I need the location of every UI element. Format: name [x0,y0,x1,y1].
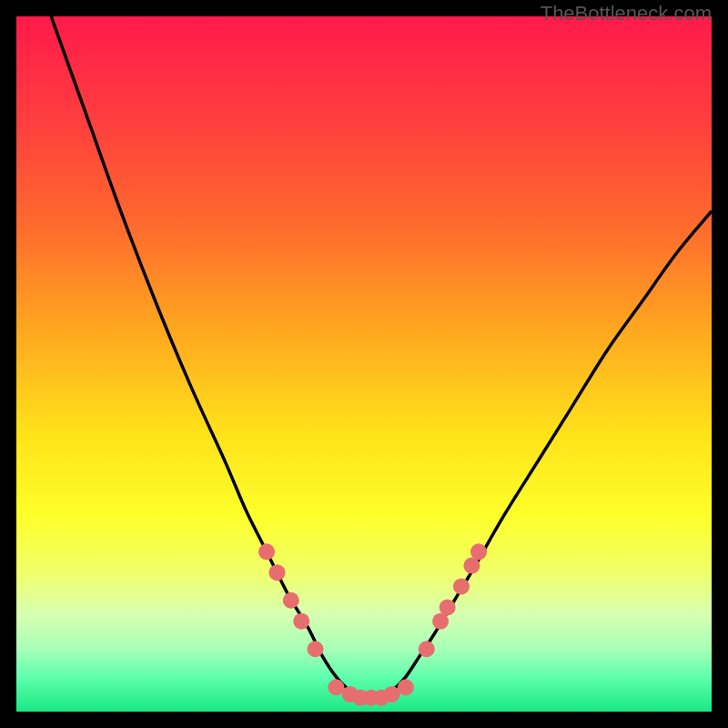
data-point-marker [258,543,275,560]
data-point-marker [328,679,344,695]
data-point-marker [293,613,309,630]
data-point-marker [440,599,456,615]
data-point-marker [463,558,480,574]
data-point-marker [283,592,299,609]
watermark-text: TheBottleneck.com [541,2,712,25]
data-point-marker [398,679,414,695]
data-point-marker [308,641,324,657]
data-point-marker [419,641,435,657]
chart-plot-area [16,16,712,712]
chart-svg [16,16,712,712]
data-point-marker [432,613,449,630]
data-point-marker [453,578,470,594]
gradient-background [16,16,712,712]
data-point-marker [470,543,487,560]
data-point-marker [269,564,286,581]
data-point-marker [384,686,400,703]
